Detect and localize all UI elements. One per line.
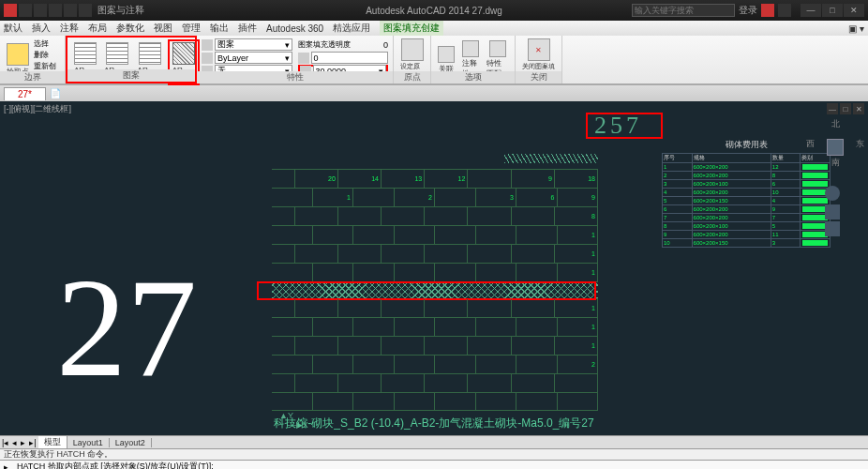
- command-history: 正在恢复执行 HATCH 命令。: [0, 448, 868, 460]
- table-row: 9600×200×20011: [663, 231, 831, 239]
- annot-icon: [462, 40, 479, 57]
- save-icon[interactable]: [49, 4, 62, 17]
- tab-model[interactable]: 模型: [38, 436, 67, 448]
- autocad-logo-icon[interactable]: [4, 4, 17, 17]
- color-icon: [202, 53, 213, 64]
- layout-nav-next[interactable]: ▸: [19, 438, 27, 447]
- tab-a360[interactable]: Autodesk 360: [266, 23, 323, 34]
- layout-nav-first[interactable]: |◂: [0, 438, 10, 447]
- tab-annotate[interactable]: 注释: [60, 22, 79, 35]
- hatch-type-select[interactable]: 图案▾: [215, 38, 292, 51]
- callout-number: 257: [594, 112, 642, 140]
- redo-icon[interactable]: [79, 4, 92, 17]
- table-header: 序号规格数量类别: [663, 154, 831, 163]
- table-row: 7600×200×2007: [663, 214, 831, 222]
- exchange-icon[interactable]: [761, 4, 774, 17]
- layout-nav-prev[interactable]: ◂: [10, 438, 19, 447]
- panel-origin: 设定原点 原点: [394, 36, 431, 83]
- tab-layout2[interactable]: Layout2: [110, 438, 152, 447]
- table-row: 10600×200×1503: [663, 239, 831, 248]
- drawing-canvas[interactable]: [-][俯视][二维线框] — □ ✕ 27 257 20141312918 1…: [0, 101, 868, 435]
- table-row: 6600×200×2009: [663, 205, 831, 214]
- minimize-button[interactable]: —: [801, 4, 821, 17]
- new-tab-icon[interactable]: 📄: [50, 88, 61, 98]
- assoc-icon: [438, 46, 455, 63]
- table-row: 1600×200×20012: [663, 163, 831, 172]
- tab-view[interactable]: 视图: [154, 22, 172, 35]
- ribbon-tabs: 默认 插入 注释 布局 参数化 视图 管理 输出 插件 Autodesk 360…: [0, 21, 868, 36]
- undo-icon[interactable]: [64, 4, 77, 17]
- help-icon[interactable]: [778, 4, 791, 17]
- drawing-title: 科技馆-砌块_S_B2 (-10.4)_A-B2-加气混凝土砌块-Ma5.0_编…: [274, 416, 593, 431]
- viewport-max-button[interactable]: □: [840, 103, 851, 114]
- table-title: 砌体费用表: [662, 139, 831, 151]
- remove-button[interactable]: 删除: [34, 50, 61, 60]
- nav-wheel-icon[interactable]: [825, 186, 840, 201]
- brick-drawing: 20141312918 12369 8 1 1 1 1 1 1 2 ▲Y └─▶…: [272, 165, 598, 428]
- angle-input[interactable]: 0: [311, 52, 389, 64]
- hatch-thumb-icon: [172, 42, 195, 65]
- hatch-thumb-icon: [139, 42, 161, 65]
- tab-insert[interactable]: 插入: [32, 22, 51, 35]
- table-row: 3600×200×1006: [663, 180, 831, 189]
- pick-points-icon: [7, 43, 29, 66]
- viewport-label[interactable]: [-][俯视][二维线框]: [4, 103, 71, 115]
- cmd-icon: ▸_: [4, 462, 13, 470]
- tab-layout[interactable]: 布局: [88, 22, 107, 35]
- viewcube[interactable]: [827, 139, 844, 156]
- user-label[interactable]: 登录: [739, 4, 757, 17]
- hatch-thumb-icon: [106, 42, 128, 65]
- command-prompt: HATCH 拾取内部点或 [选择对象(S)/放弃(U)/设置(T)]:: [17, 461, 214, 469]
- help-search-input[interactable]: [632, 4, 735, 17]
- pan-icon[interactable]: [825, 204, 840, 219]
- table-row: 5600×200×1504: [663, 197, 831, 205]
- app-title: Autodesk AutoCAD 2014 27.dwg: [366, 6, 502, 16]
- angle-icon: [298, 53, 309, 64]
- document-tab-bar: 27* 📄: [0, 84, 868, 101]
- viewport-close-button[interactable]: ✕: [853, 103, 864, 114]
- close-x-icon: ✕: [528, 38, 550, 61]
- new-icon[interactable]: [19, 4, 32, 17]
- match-icon: [489, 40, 506, 57]
- ribbon: 拾取点 选择 删除 重新创建 边界 AR-B88 AR-BRELM AR-BRS…: [0, 36, 868, 84]
- viewport-min-button[interactable]: —: [827, 103, 838, 114]
- material-table: 砌体费用表 序号规格数量类别 1600×200×20012 2600×200×2…: [662, 139, 831, 248]
- maximize-button[interactable]: □: [822, 4, 843, 17]
- tab-expand-icon[interactable]: ▣ ▾: [848, 23, 864, 34]
- titlebar: 图案与注释 Autodesk AutoCAD 2014 27.dwg 登录 — …: [0, 0, 868, 21]
- document-tab[interactable]: 27*: [4, 87, 46, 100]
- hatch-color-select[interactable]: ByLayer▾: [215, 52, 292, 64]
- panel-boundary: 拾取点 选择 删除 重新创建 边界: [0, 36, 66, 83]
- layout-tabs: |◂ ◂ ▸ ▸| 模型 Layout1 Layout2: [0, 435, 868, 448]
- table-row: 4600×200×20010: [663, 189, 831, 197]
- type-icon: [202, 39, 213, 51]
- layout-nav-last[interactable]: ▸|: [27, 438, 37, 447]
- open-icon[interactable]: [34, 4, 47, 17]
- table-row: 8600×200×1005: [663, 222, 831, 231]
- panel-options: 关联 注释性 特性匹配 选项: [431, 36, 516, 83]
- watermark-number: 27: [56, 247, 197, 408]
- tab-default[interactable]: 默认: [4, 22, 22, 35]
- hatch-thumb-icon: [74, 42, 97, 65]
- tab-output[interactable]: 输出: [210, 22, 229, 35]
- panel-properties: 图案▾ ByLayer▾ 无▾ 图案填充透明度0 0 30.0000▾ 特性: [197, 36, 394, 83]
- tab-parametric[interactable]: 参数化: [116, 22, 144, 35]
- tab-manage[interactable]: 管理: [182, 22, 201, 35]
- tab-layout1[interactable]: Layout1: [67, 438, 110, 447]
- select-button[interactable]: 选择: [34, 38, 61, 49]
- tab-plugins[interactable]: 插件: [238, 22, 257, 35]
- command-input[interactable]: ▸_ HATCH 拾取内部点或 [选择对象(S)/放弃(U)/设置(T)]:: [0, 460, 868, 469]
- tab-featured[interactable]: 精选应用: [333, 22, 370, 35]
- orbit-icon[interactable]: [825, 221, 840, 236]
- hatch-top-icon: [504, 154, 598, 163]
- panel-close: ✕关闭图案填充创建 关闭: [516, 36, 562, 83]
- table-row: 2600×200×2008: [663, 172, 831, 180]
- qat: 图案与注释: [4, 4, 144, 17]
- origin-icon: [401, 38, 424, 61]
- tab-hatch-create[interactable]: 图案填充创建: [380, 21, 443, 36]
- callout-box-hatch: [257, 281, 596, 300]
- panel-pattern: AR-B88 AR-BRELM AR-BRSTD AR-CONC 图案: [66, 36, 197, 83]
- close-button[interactable]: ✕: [844, 4, 864, 17]
- qat-title: 图案与注释: [97, 4, 144, 17]
